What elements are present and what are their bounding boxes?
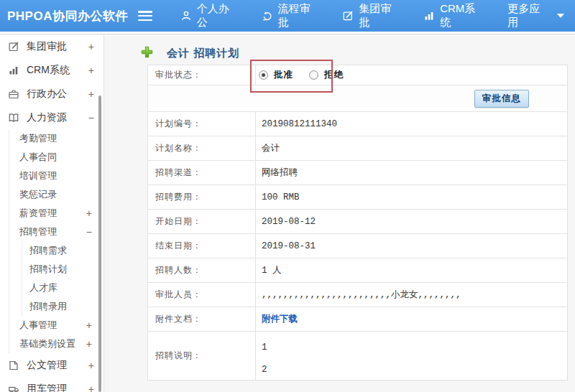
table-row: 招聘人数： 1 人 <box>148 258 567 283</box>
headcount-value: 1 人 <box>256 264 567 276</box>
field-label: 附件文档： <box>148 307 256 331</box>
book-icon <box>8 111 20 123</box>
table-row: 开始日期： 2019-08-12 <box>148 210 567 234</box>
sidebar-item-rewards[interactable]: 奖惩记录 <box>9 185 104 204</box>
expand-toggle[interactable]: + <box>86 207 92 219</box>
attachment-download-link[interactable]: 附件下载 <box>262 314 298 325</box>
field-label: 招聘费用： <box>148 185 256 209</box>
approval-status-row: 审批状态： 批准 拒绝 <box>148 65 567 85</box>
sidebar-item-base-category[interactable]: 基础类别设置+ <box>9 335 104 353</box>
sidebar-item-hr[interactable]: 人力资源 − <box>0 106 104 129</box>
nav-label: 个人办公 <box>197 2 240 29</box>
expand-toggle[interactable]: + <box>88 65 94 76</box>
bar-chart-icon <box>8 64 20 76</box>
approval-info-button[interactable]: 审批信息 <box>474 90 529 108</box>
sidebar-item-recruit-mgmt[interactable]: 招聘管理− <box>9 223 104 241</box>
field-label: 招聘渠道： <box>148 161 256 185</box>
expand-toggle[interactable]: + <box>88 41 94 52</box>
sidebar-scrollbar[interactable] <box>98 95 101 392</box>
approvers-value: ,,,,,,,,,,,,,,,,,,,,,,,,小龙女,,,,,,,, <box>256 289 567 301</box>
attachment-row: 附件文档： 附件下载 <box>148 307 567 332</box>
field-label: 计划名称： <box>148 136 256 160</box>
nav-process-approval[interactable]: 流程审批 <box>251 0 332 32</box>
description-line: 2 <box>262 359 567 381</box>
table-row: 招聘费用： 100 RMB <box>148 185 567 210</box>
field-label: 审批状态： <box>148 65 256 85</box>
user-icon <box>180 10 192 22</box>
start-date-value: 2019-08-12 <box>256 217 567 227</box>
edit-icon <box>342 10 354 22</box>
chart-icon <box>423 10 435 22</box>
table-row: 计划名称： 会计 <box>148 136 567 161</box>
phpoa-app-window: PHPOA协同办公软件 个人办公 流程审批 集团审批 CRM系统 更多应用 <box>0 0 575 392</box>
caret-down-icon <box>557 14 564 18</box>
field-label: 计划编号： <box>148 112 256 136</box>
expand-toggle[interactable]: + <box>88 88 94 100</box>
sidebar-item-recruit-demand[interactable]: 招聘需求 <box>22 241 104 260</box>
end-date-value: 2019-08-31 <box>256 241 567 251</box>
plan-name-value: 会计 <box>256 142 567 154</box>
app-brand: PHPOA协同办公软件 <box>0 8 138 24</box>
reject-radio-label[interactable]: 拒绝 <box>324 69 344 81</box>
nav-label: CRM系统 <box>440 2 486 29</box>
nav-group-approval[interactable]: 集团审批 <box>331 0 413 32</box>
top-nav: 个人办公 流程审批 集团审批 CRM系统 更多应用 <box>170 0 575 32</box>
hr-submenu: 考勤管理 人事合同 培训管理 奖惩记录 薪资管理+ 招聘管理− 招聘需求 招聘计… <box>9 129 104 353</box>
expand-toggle[interactable]: + <box>88 383 94 392</box>
sidebar-item-vehicle-mgmt[interactable]: 用车管理 + <box>0 377 104 392</box>
sidebar: 集团审批 + CRM系统 + 行政办公 + 人力资源 − 考勤管理 人事合同 培… <box>0 34 104 392</box>
process-icon <box>262 10 273 22</box>
description-line: 1 <box>262 337 567 359</box>
vehicle-icon <box>8 383 20 392</box>
plus-icon <box>141 46 153 61</box>
nav-more-apps[interactable]: 更多应用 <box>497 0 575 32</box>
hamburger-icon[interactable] <box>138 11 152 21</box>
sidebar-item-personnel-mgmt[interactable]: 人事管理+ <box>9 316 104 335</box>
sidebar-item-training[interactable]: 培训管理 <box>9 167 104 185</box>
sidebar-item-group-approval[interactable]: 集团审批 + <box>0 34 104 58</box>
recruit-channel-value: 网络招聘 <box>256 167 567 179</box>
document-icon <box>8 359 20 371</box>
table-row: 计划编号： 20190812111340 <box>148 112 567 136</box>
collapse-toggle[interactable]: − <box>86 226 92 238</box>
recruit-submenu: 招聘需求 招聘计划 人才库 招聘录用 <box>22 241 104 316</box>
sidebar-item-crm[interactable]: CRM系统 + <box>0 58 104 82</box>
expand-toggle[interactable]: + <box>88 360 94 371</box>
recruit-description-value: 1 2 <box>256 332 567 380</box>
nav-crm-system[interactable]: CRM系统 <box>413 0 497 32</box>
table-row: 结束日期： 2019-08-31 <box>148 234 567 258</box>
collapse-toggle[interactable]: − <box>88 112 94 123</box>
sidebar-item-document-mgmt[interactable]: 公文管理 + <box>0 353 104 377</box>
nav-personal-office[interactable]: 个人办公 <box>170 0 251 32</box>
sidebar-item-salary[interactable]: 薪资管理+ <box>9 204 104 223</box>
sidebar-item-recruit-hire[interactable]: 招聘录用 <box>22 297 104 316</box>
approve-radio-label[interactable]: 批准 <box>274 69 293 81</box>
sidebar-item-admin-office[interactable]: 行政办公 + <box>0 82 104 106</box>
nav-label: 集团审批 <box>359 2 402 29</box>
briefcase-icon <box>8 88 20 100</box>
expand-toggle[interactable]: + <box>86 319 92 331</box>
nav-label: 流程审批 <box>278 2 321 29</box>
sidebar-item-recruit-plan[interactable]: 招聘计划 <box>22 260 104 279</box>
field-label: 招聘说明： <box>148 332 256 380</box>
main-content: 会计 招聘计划 审批状态： 批准 拒绝 审批信息 计划编号： 201908121… <box>105 34 575 392</box>
page-title: 会计 招聘计划 <box>105 34 575 63</box>
nav-label: 更多应用 <box>507 2 551 29</box>
plan-number-value: 20190812111340 <box>256 119 567 129</box>
page-title-text: 会计 招聘计划 <box>167 47 239 60</box>
field-label: 开始日期： <box>148 210 256 233</box>
recruit-cost-value: 100 RMB <box>256 192 567 202</box>
recruit-plan-form: 审批状态： 批准 拒绝 审批信息 计划编号： 20190812111340 计划… <box>147 65 568 381</box>
expand-toggle[interactable]: + <box>86 338 92 350</box>
sidebar-item-hr-contract[interactable]: 人事合同 <box>9 148 104 167</box>
description-row: 招聘说明： 1 2 <box>148 332 567 380</box>
field-label: 审批人员： <box>148 283 256 307</box>
sidebar-item-attendance[interactable]: 考勤管理 <box>9 129 104 148</box>
reject-radio[interactable] <box>309 70 318 80</box>
edit-square-icon <box>8 40 20 52</box>
approve-radio[interactable] <box>259 70 268 80</box>
approval-status-radios: 批准 拒绝 <box>256 69 567 81</box>
sidebar-item-talent-pool[interactable]: 人才库 <box>22 279 104 297</box>
approval-action-row: 审批信息 <box>148 85 567 112</box>
table-row: 招聘渠道： 网络招聘 <box>148 161 567 185</box>
